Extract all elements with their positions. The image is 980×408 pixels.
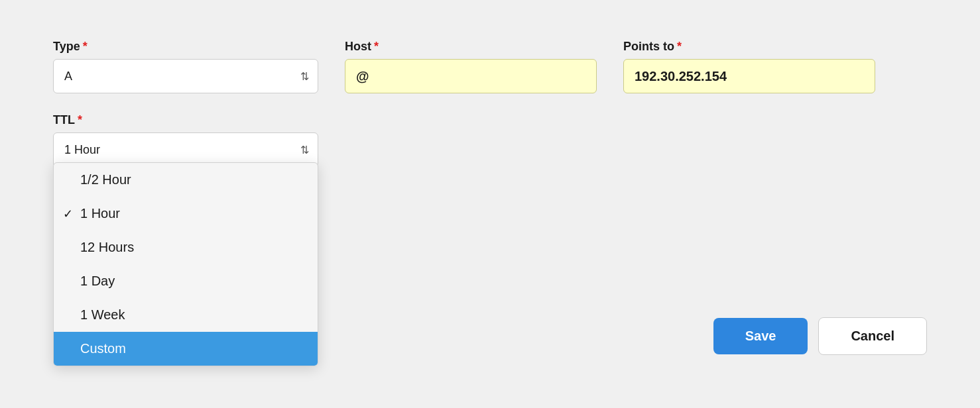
ttl-dropdown-item-half-hour[interactable]: 1/2 Hour [54,163,318,197]
type-select[interactable]: A AAAA CNAME MX [53,59,318,93]
type-label-text: Type [53,40,80,54]
host-field: Host * [345,40,597,93]
cancel-button[interactable]: Cancel [818,317,927,355]
ttl-label-text: TTL [53,113,75,127]
type-field: Type * A AAAA CNAME MX ⇅ [53,40,318,93]
ttl-dropdown-item-1-week[interactable]: 1 Week [54,298,318,332]
ttl-dropdown-item-1-hour[interactable]: ✓ 1 Hour [54,197,318,230]
host-label-text: Host [345,40,371,54]
ttl-required-star: * [78,113,82,127]
points-to-label-text: Points to [623,40,674,54]
ttl-dropdown-label-12-hours: 12 Hours [80,240,134,255]
form-row-top: Type * A AAAA CNAME MX ⇅ Host * [53,40,927,93]
host-required-star: * [374,40,379,54]
ttl-dropdown-menu[interactable]: 1/2 Hour ✓ 1 Hour 12 Hours 1 Day 1 Week [53,162,318,366]
ttl-dropdown-label-custom: Custom [80,341,126,356]
ttl-select-wrapper: 1/2 Hour 1 Hour 12 Hours 1 Day 1 Week Cu… [53,132,318,167]
ttl-field: TTL * 1/2 Hour 1 Hour 12 Hours 1 Day 1 W… [53,113,318,167]
host-label: Host * [345,40,597,54]
points-to-required-star: * [677,40,682,54]
buttons-area: Save Cancel [713,317,927,355]
ttl-dropdown-item-1-day[interactable]: 1 Day [54,264,318,298]
ttl-dropdown-label-1-week: 1 Week [80,307,125,323]
ttl-dropdown-item-custom[interactable]: Custom [54,332,318,366]
ttl-dropdown-label-1-hour: 1 Hour [80,206,120,221]
type-required-star: * [83,40,88,54]
ttl-label: TTL * [53,113,318,127]
points-to-input[interactable] [623,59,875,93]
checkmark-icon: ✓ [63,207,73,221]
points-to-field: Points to * [623,40,875,93]
ttl-dropdown-item-12-hours[interactable]: 12 Hours [54,230,318,264]
main-container: Type * A AAAA CNAME MX ⇅ Host * [0,0,980,408]
type-label: Type * [53,40,318,54]
ttl-dropdown-label-1-day: 1 Day [80,274,115,289]
ttl-dropdown-label-half-hour: 1/2 Hour [80,172,131,187]
save-button[interactable]: Save [713,318,808,354]
type-select-wrapper: A AAAA CNAME MX ⇅ [53,59,318,93]
ttl-row: TTL * 1/2 Hour 1 Hour 12 Hours 1 Day 1 W… [53,113,927,167]
host-input[interactable] [345,59,597,93]
points-to-label: Points to * [623,40,875,54]
